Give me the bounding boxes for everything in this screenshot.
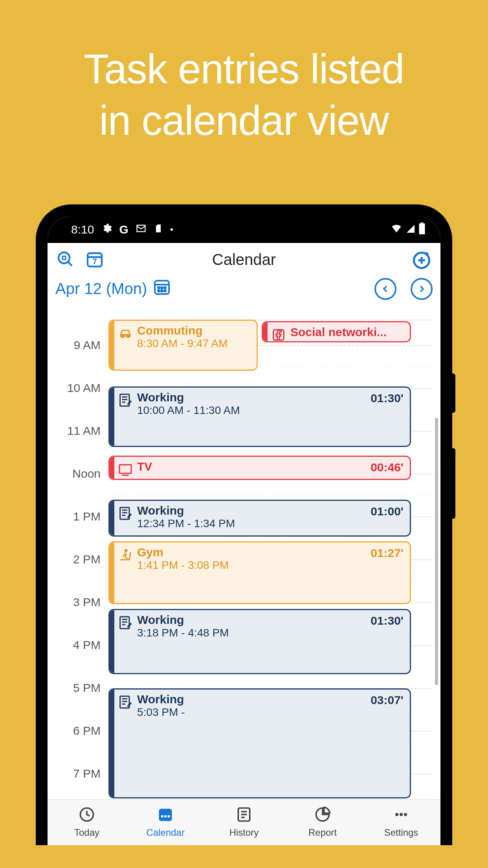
facebook-icon bbox=[271, 327, 286, 342]
calendar-event[interactable]: Working12:34 PM - 1:34 PM01:00' bbox=[108, 500, 411, 537]
tab-label: Report bbox=[308, 827, 337, 838]
dot-icon: • bbox=[170, 224, 173, 235]
svg-rect-48 bbox=[168, 815, 170, 818]
svg-point-34 bbox=[125, 550, 127, 552]
event-duration: 03:07' bbox=[371, 693, 404, 707]
page-title: Calendar bbox=[119, 251, 369, 268]
svg-rect-47 bbox=[164, 815, 167, 818]
hour-label: 10 AM bbox=[67, 381, 101, 395]
tab-today[interactable]: Today bbox=[48, 800, 126, 845]
hour-label: 11 AM bbox=[67, 424, 101, 438]
event-title: Working bbox=[137, 504, 404, 517]
svg-rect-1 bbox=[419, 223, 425, 234]
calendar-event[interactable]: TV00:46' bbox=[108, 456, 411, 480]
svg-point-22 bbox=[127, 336, 129, 338]
hour-label: 5 PM bbox=[73, 681, 101, 695]
svg-point-21 bbox=[122, 336, 124, 338]
list-icon bbox=[235, 806, 253, 825]
tab-bar: TodayCalendarHistoryReportSettings bbox=[48, 799, 440, 845]
car-icon bbox=[117, 326, 133, 341]
event-duration: 00:46' bbox=[371, 461, 404, 474]
event-title: Working bbox=[137, 391, 404, 404]
svg-point-17 bbox=[164, 287, 166, 289]
search-icon[interactable] bbox=[56, 250, 75, 269]
svg-point-3 bbox=[59, 252, 70, 263]
calendar-timeline[interactable]: 9 AM10 AM11 AMNoon1 PM2 PM3 PM4 PM5 PM6 … bbox=[48, 308, 440, 799]
svg-text:7: 7 bbox=[92, 257, 97, 266]
tab-label: Settings bbox=[384, 827, 418, 838]
calendar-event[interactable]: Working5:03 PM -03:07' bbox=[108, 688, 411, 798]
tv-icon bbox=[117, 462, 133, 477]
promo-line1: Task entries listed bbox=[84, 46, 404, 92]
hour-label: 1 PM bbox=[73, 510, 101, 523]
calendar-event[interactable]: Gym1:41 PM - 3:08 PM01:27' bbox=[108, 541, 411, 604]
tab-report[interactable]: Report bbox=[283, 800, 362, 845]
calendar-event[interactable]: Social networki... bbox=[262, 321, 411, 342]
svg-point-18 bbox=[158, 290, 160, 292]
event-time: 1:41 PM - 3:08 PM bbox=[137, 559, 404, 572]
scrollbar[interactable] bbox=[435, 418, 438, 685]
note-icon bbox=[117, 615, 133, 631]
promo-line2: in calendar view bbox=[99, 97, 389, 143]
battery-icon bbox=[418, 223, 426, 237]
clock-icon bbox=[78, 806, 95, 825]
svg-line-4 bbox=[68, 262, 72, 266]
svg-point-54 bbox=[400, 813, 403, 816]
svg-rect-2 bbox=[420, 223, 424, 224]
date-label: Apr 12 (Mon) bbox=[55, 280, 147, 298]
calendar-event[interactable]: Commuting8:30 AM - 9:47 AM bbox=[108, 320, 258, 371]
next-day-button[interactable] bbox=[411, 278, 433, 300]
hour-label: 9 AM bbox=[74, 338, 101, 352]
svg-point-15 bbox=[158, 287, 160, 289]
today-icon[interactable]: 7 bbox=[85, 250, 104, 269]
note-icon bbox=[117, 694, 133, 710]
phone-frame: 8:10 G • bbox=[36, 204, 452, 845]
calendar-grid-icon bbox=[152, 278, 171, 300]
hour-label: 3 PM bbox=[73, 596, 101, 609]
sd-card-icon bbox=[154, 223, 163, 237]
tab-label: History bbox=[229, 827, 259, 838]
mail-icon bbox=[136, 223, 147, 237]
tab-history[interactable]: History bbox=[205, 800, 283, 845]
pie-icon bbox=[314, 806, 331, 825]
wifi-icon bbox=[390, 223, 403, 237]
event-duration: 01:00' bbox=[371, 505, 404, 518]
hour-label: 2 PM bbox=[73, 553, 101, 566]
event-duration: 01:30' bbox=[371, 614, 404, 627]
svg-rect-23 bbox=[273, 330, 284, 340]
event-duration: 01:30' bbox=[371, 392, 404, 405]
hour-label: Noon bbox=[72, 467, 101, 480]
calendar-event[interactable]: Working3:18 PM - 4:48 PM01:30' bbox=[108, 609, 411, 674]
event-time: 5:03 PM - bbox=[137, 706, 404, 719]
promo-title: Task entries listed in calendar view bbox=[0, 0, 488, 147]
svg-rect-5 bbox=[62, 256, 66, 259]
gear-icon bbox=[101, 223, 112, 237]
tab-settings[interactable]: Settings bbox=[362, 800, 440, 845]
event-title: Social networki... bbox=[290, 326, 404, 338]
note-icon bbox=[117, 392, 133, 408]
date-picker[interactable]: Apr 12 (Mon) bbox=[55, 278, 171, 300]
prev-day-button[interactable] bbox=[374, 278, 396, 300]
note-icon bbox=[117, 506, 133, 521]
svg-point-20 bbox=[164, 290, 166, 292]
event-time: 10:00 AM - 11:30 AM bbox=[137, 404, 404, 417]
event-time: 3:18 PM - 4:48 PM bbox=[137, 627, 404, 639]
svg-rect-46 bbox=[161, 815, 163, 818]
app-header: 7 Calendar bbox=[48, 243, 440, 274]
event-time: 8:30 AM - 9:47 AM bbox=[137, 337, 251, 350]
tab-label: Today bbox=[74, 827, 99, 838]
dots-icon bbox=[393, 806, 410, 825]
event-title: TV bbox=[137, 460, 404, 473]
svg-point-55 bbox=[404, 813, 407, 816]
signal-icon bbox=[406, 223, 415, 236]
event-title: Gym bbox=[137, 546, 404, 559]
event-time: 12:34 PM - 1:34 PM bbox=[137, 517, 404, 530]
event-duration: 01:27' bbox=[371, 546, 404, 560]
tab-calendar[interactable]: Calendar bbox=[126, 800, 205, 845]
hour-label: 4 PM bbox=[73, 638, 101, 652]
hour-label: 7 PM bbox=[73, 767, 101, 780]
add-timer-icon[interactable] bbox=[411, 249, 432, 270]
calendar-event[interactable]: Working10:00 AM - 11:30 AM01:30' bbox=[108, 386, 411, 447]
treadmill-icon bbox=[117, 547, 133, 563]
svg-point-16 bbox=[161, 287, 163, 289]
